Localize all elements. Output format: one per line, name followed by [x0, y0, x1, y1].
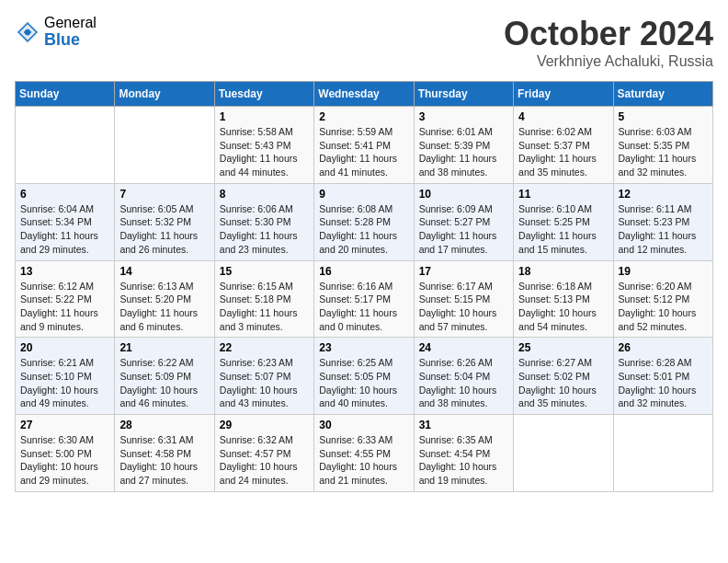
day-info: Sunrise: 6:26 AM Sunset: 5:04 PM Dayligh…: [419, 356, 508, 410]
calendar-cell: [16, 107, 115, 184]
day-number: 13: [20, 265, 109, 278]
day-number: 16: [319, 265, 408, 278]
day-info: Sunrise: 6:09 AM Sunset: 5:27 PM Dayligh…: [419, 202, 508, 257]
calendar-cell: 4Sunrise: 6:02 AM Sunset: 5:37 PM Daylig…: [514, 107, 613, 184]
calendar-cell: 24Sunrise: 6:26 AM Sunset: 5:04 PM Dayli…: [414, 338, 513, 415]
calendar-cell: 13Sunrise: 6:12 AM Sunset: 5:22 PM Dayli…: [16, 260, 115, 338]
calendar-cell: 22Sunrise: 6:23 AM Sunset: 5:07 PM Dayli…: [214, 338, 313, 415]
header-day: Wednesday: [314, 82, 414, 107]
calendar-cell: 29Sunrise: 6:32 AM Sunset: 4:57 PM Dayli…: [214, 415, 313, 492]
calendar-header: SundayMondayTuesdayWednesdayThursdayFrid…: [16, 82, 713, 107]
day-number: 20: [20, 341, 109, 354]
calendar-cell: 19Sunrise: 6:20 AM Sunset: 5:12 PM Dayli…: [613, 260, 712, 338]
calendar-cell: 7Sunrise: 6:05 AM Sunset: 5:32 PM Daylig…: [115, 183, 214, 260]
calendar-cell: 3Sunrise: 6:01 AM Sunset: 5:39 PM Daylig…: [414, 107, 513, 184]
day-number: 9: [319, 188, 408, 201]
day-number: 4: [518, 110, 608, 123]
title-block: October 2024 Verkhniye Achaluki, Russia: [504, 15, 713, 70]
day-number: 3: [419, 110, 508, 123]
day-number: 26: [619, 341, 708, 354]
calendar-cell: 27Sunrise: 6:30 AM Sunset: 5:00 PM Dayli…: [16, 415, 115, 492]
header-row: SundayMondayTuesdayWednesdayThursdayFrid…: [16, 82, 713, 107]
day-info: Sunrise: 6:16 AM Sunset: 5:17 PM Dayligh…: [319, 280, 408, 334]
calendar-week-row: 13Sunrise: 6:12 AM Sunset: 5:22 PM Dayli…: [16, 260, 713, 338]
day-info: Sunrise: 6:12 AM Sunset: 5:22 PM Dayligh…: [20, 280, 109, 334]
logo-general: General: [44, 15, 97, 31]
day-info: Sunrise: 6:32 AM Sunset: 4:57 PM Dayligh…: [220, 433, 309, 488]
calendar-cell: 16Sunrise: 6:16 AM Sunset: 5:17 PM Dayli…: [314, 260, 414, 338]
day-number: 6: [20, 188, 109, 201]
day-number: 29: [220, 419, 309, 431]
day-number: 14: [119, 265, 209, 278]
day-info: Sunrise: 6:02 AM Sunset: 5:37 PM Dayligh…: [518, 125, 608, 179]
day-info: Sunrise: 6:17 AM Sunset: 5:15 PM Dayligh…: [419, 280, 508, 334]
day-info: Sunrise: 6:31 AM Sunset: 4:58 PM Dayligh…: [119, 433, 209, 488]
day-number: 15: [220, 265, 309, 278]
day-info: Sunrise: 6:05 AM Sunset: 5:32 PM Dayligh…: [119, 202, 209, 257]
day-number: 7: [119, 188, 209, 201]
day-info: Sunrise: 6:18 AM Sunset: 5:13 PM Dayligh…: [518, 280, 608, 334]
day-number: 28: [119, 419, 209, 431]
calendar-table: SundayMondayTuesdayWednesdayThursdayFrid…: [15, 81, 713, 492]
sub-title: Verkhniye Achaluki, Russia: [504, 53, 713, 70]
calendar-cell: 8Sunrise: 6:06 AM Sunset: 5:30 PM Daylig…: [214, 183, 313, 260]
day-info: Sunrise: 6:22 AM Sunset: 5:09 PM Dayligh…: [119, 356, 209, 410]
day-info: Sunrise: 6:01 AM Sunset: 5:39 PM Dayligh…: [419, 125, 508, 179]
calendar-week-row: 1Sunrise: 5:58 AM Sunset: 5:43 PM Daylig…: [16, 107, 713, 184]
calendar-cell: 10Sunrise: 6:09 AM Sunset: 5:27 PM Dayli…: [414, 183, 513, 260]
calendar-body: 1Sunrise: 5:58 AM Sunset: 5:43 PM Daylig…: [16, 107, 713, 492]
day-info: Sunrise: 6:27 AM Sunset: 5:02 PM Dayligh…: [518, 356, 608, 410]
day-number: 23: [319, 341, 408, 354]
day-info: Sunrise: 6:06 AM Sunset: 5:30 PM Dayligh…: [220, 202, 309, 257]
day-number: 27: [20, 419, 109, 431]
calendar-cell: 25Sunrise: 6:27 AM Sunset: 5:02 PM Dayli…: [514, 338, 613, 415]
day-number: 22: [220, 341, 309, 354]
day-info: Sunrise: 5:58 AM Sunset: 5:43 PM Dayligh…: [220, 125, 309, 179]
calendar-week-row: 20Sunrise: 6:21 AM Sunset: 5:10 PM Dayli…: [16, 338, 713, 415]
calendar-cell: [514, 415, 613, 492]
calendar-cell: 20Sunrise: 6:21 AM Sunset: 5:10 PM Dayli…: [16, 338, 115, 415]
calendar-cell: 14Sunrise: 6:13 AM Sunset: 5:20 PM Dayli…: [115, 260, 214, 338]
calendar-cell: 30Sunrise: 6:33 AM Sunset: 4:55 PM Dayli…: [314, 415, 414, 492]
day-info: Sunrise: 6:13 AM Sunset: 5:20 PM Dayligh…: [119, 280, 209, 334]
day-number: 10: [419, 188, 508, 201]
day-info: Sunrise: 5:59 AM Sunset: 5:41 PM Dayligh…: [319, 125, 408, 179]
header-day: Monday: [115, 82, 214, 107]
calendar-cell: 12Sunrise: 6:11 AM Sunset: 5:23 PM Dayli…: [613, 183, 712, 260]
day-info: Sunrise: 6:11 AM Sunset: 5:23 PM Dayligh…: [619, 202, 708, 257]
day-info: Sunrise: 6:04 AM Sunset: 5:34 PM Dayligh…: [20, 202, 109, 257]
day-number: 19: [619, 265, 708, 278]
logo-icon: [15, 19, 40, 45]
day-number: 18: [518, 265, 608, 278]
calendar-cell: 5Sunrise: 6:03 AM Sunset: 5:35 PM Daylig…: [613, 107, 712, 184]
day-number: 30: [319, 419, 408, 431]
day-info: Sunrise: 6:23 AM Sunset: 5:07 PM Dayligh…: [220, 356, 309, 410]
logo-blue: Blue: [44, 31, 97, 50]
calendar-cell: 21Sunrise: 6:22 AM Sunset: 5:09 PM Dayli…: [115, 338, 214, 415]
day-number: 25: [518, 341, 608, 354]
calendar-cell: [613, 415, 712, 492]
calendar-cell: [115, 107, 214, 184]
calendar-cell: 26Sunrise: 6:28 AM Sunset: 5:01 PM Dayli…: [613, 338, 712, 415]
calendar-cell: 9Sunrise: 6:08 AM Sunset: 5:28 PM Daylig…: [314, 183, 414, 260]
day-info: Sunrise: 6:21 AM Sunset: 5:10 PM Dayligh…: [20, 356, 109, 410]
main-title: October 2024: [504, 15, 713, 53]
calendar-cell: 6Sunrise: 6:04 AM Sunset: 5:34 PM Daylig…: [16, 183, 115, 260]
header-day: Sunday: [16, 82, 115, 107]
calendar-cell: 23Sunrise: 6:25 AM Sunset: 5:05 PM Dayli…: [314, 338, 414, 415]
calendar-cell: 28Sunrise: 6:31 AM Sunset: 4:58 PM Dayli…: [115, 415, 214, 492]
calendar-week-row: 27Sunrise: 6:30 AM Sunset: 5:00 PM Dayli…: [16, 415, 713, 492]
day-info: Sunrise: 6:35 AM Sunset: 4:54 PM Dayligh…: [419, 433, 508, 488]
calendar-cell: 11Sunrise: 6:10 AM Sunset: 5:25 PM Dayli…: [514, 183, 613, 260]
day-number: 12: [619, 188, 708, 201]
day-number: 17: [419, 265, 508, 278]
day-number: 1: [220, 110, 309, 123]
header-day: Saturday: [613, 82, 712, 107]
day-info: Sunrise: 6:03 AM Sunset: 5:35 PM Dayligh…: [619, 125, 708, 179]
day-number: 11: [518, 188, 608, 201]
calendar-cell: 18Sunrise: 6:18 AM Sunset: 5:13 PM Dayli…: [514, 260, 613, 338]
calendar-cell: 31Sunrise: 6:35 AM Sunset: 4:54 PM Dayli…: [414, 415, 513, 492]
day-info: Sunrise: 6:20 AM Sunset: 5:12 PM Dayligh…: [619, 280, 708, 334]
header-day: Thursday: [414, 82, 513, 107]
day-info: Sunrise: 6:28 AM Sunset: 5:01 PM Dayligh…: [619, 356, 708, 410]
